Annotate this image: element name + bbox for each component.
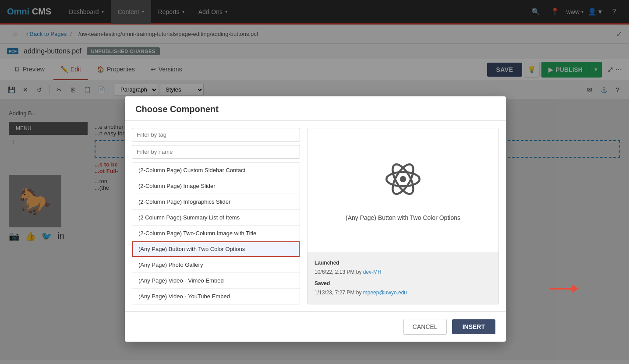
saved-date: 1/13/23, 7:27 PM by [314, 290, 361, 296]
svg-point-3 [400, 176, 406, 182]
list-item[interactable]: (Any Page) Video - Vimeo Embed [132, 273, 300, 289]
list-item[interactable]: (Any Page) Photo Gallery [132, 257, 300, 273]
modal-header: Choose Component [125, 96, 506, 121]
list-item[interactable]: (Any Page) Video - YouTube Embed [132, 289, 300, 304]
list-item[interactable]: (2 Column Page) Summary List of Items [132, 210, 300, 226]
component-preview-name: (Any Page) Button with Two Color Options [346, 214, 460, 221]
modal-title: Choose Component [135, 104, 495, 114]
launched-label: Launched [314, 260, 339, 266]
insert-arrow-indicator [550, 284, 579, 293]
modal-footer: CANCEL INSERT [125, 311, 506, 342]
list-item[interactable]: (2-Column Page) Image Slider [132, 178, 300, 194]
component-preview-meta: Launched 10/6/22, 2:13 PM by dev-MH Save… [307, 252, 498, 304]
component-preview-area: (Any Page) Button with Two Color Options [307, 128, 498, 252]
component-list: (2-Column Page) Custom Sidebar Contact (… [132, 162, 300, 304]
saved-by: mpeep@uwyo.edu [363, 290, 407, 296]
launched-date: 10/6/22, 2:13 PM by [314, 269, 361, 275]
cancel-button[interactable]: CANCEL [403, 319, 447, 335]
filter-by-name-input[interactable] [132, 145, 300, 159]
insert-button[interactable]: INSERT [452, 319, 495, 334]
list-item-selected[interactable]: (Any Page) Button with Two Color Options [132, 241, 300, 257]
modal-body: (2-Column Page) Custom Sidebar Contact (… [125, 121, 506, 311]
list-item[interactable]: (2-Column Page) Infographics Slider [132, 194, 300, 210]
component-preview-icon [383, 159, 423, 207]
saved-label: Saved [314, 280, 330, 286]
choose-component-modal: Choose Component (2-Column Page) Custom … [125, 96, 506, 342]
launched-by: dev-MH [363, 269, 382, 275]
list-item[interactable]: (2-Column Page) Two-Column Image with Ti… [132, 226, 300, 241]
list-item[interactable]: (2-Column Page) Custom Sidebar Contact [132, 163, 300, 178]
filter-by-tag-input[interactable] [132, 128, 300, 141]
component-preview-panel: (Any Page) Button with Two Color Options… [307, 128, 499, 304]
component-filter-panel: (2-Column Page) Custom Sidebar Contact (… [132, 128, 307, 304]
